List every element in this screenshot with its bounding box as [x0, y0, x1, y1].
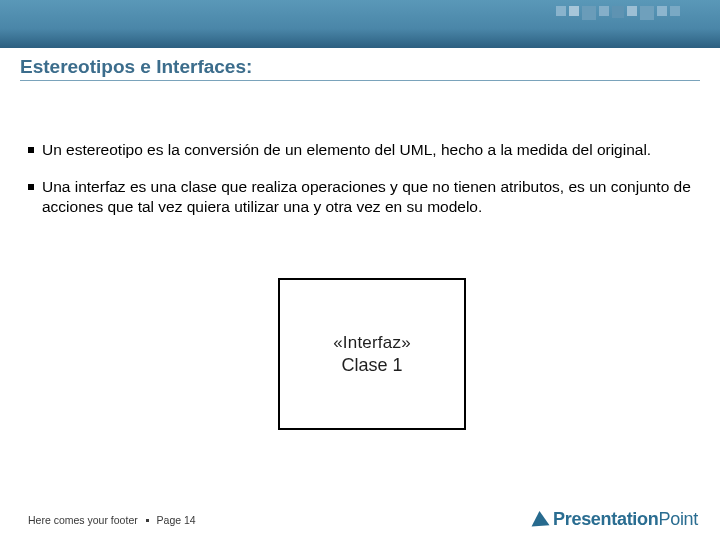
brand-word-a: Presentation [553, 509, 658, 529]
slide-body: Un estereotipo es la conversión de un el… [28, 140, 692, 234]
bullet-marker-icon [28, 184, 34, 190]
bullet-item: Un estereotipo es la conversión de un el… [28, 140, 692, 159]
slide-title: Estereotipos e Interfaces: [20, 56, 700, 79]
header-bar [0, 0, 720, 48]
bullet-item: Una interfaz es una clase que realiza op… [28, 177, 692, 216]
brand-text: PresentationPoint [553, 509, 698, 530]
brand-word-b: Point [658, 509, 698, 529]
figure-stereotype-label: «Interfaz» [333, 333, 411, 353]
slide-title-wrap: Estereotipos e Interfaces: [20, 56, 700, 79]
bullet-text: Un estereotipo es la conversión de un el… [42, 140, 692, 159]
footer-page: Page 14 [157, 514, 196, 526]
brand-logo: PresentationPoint [531, 509, 698, 530]
title-underline [20, 80, 700, 81]
footer: Here comes your footer Page 14 [28, 514, 196, 526]
brand-triangle-icon [531, 510, 550, 526]
uml-interface-figure: «Interfaz» Clase 1 [278, 278, 466, 430]
bullet-text: Una interfaz es una clase que realiza op… [42, 177, 692, 216]
bullet-marker-icon [28, 147, 34, 153]
footer-text: Here comes your footer [28, 514, 138, 526]
header-decor-squares [556, 0, 680, 48]
footer-separator-icon [146, 519, 149, 522]
figure-class-name: Clase 1 [341, 355, 402, 376]
